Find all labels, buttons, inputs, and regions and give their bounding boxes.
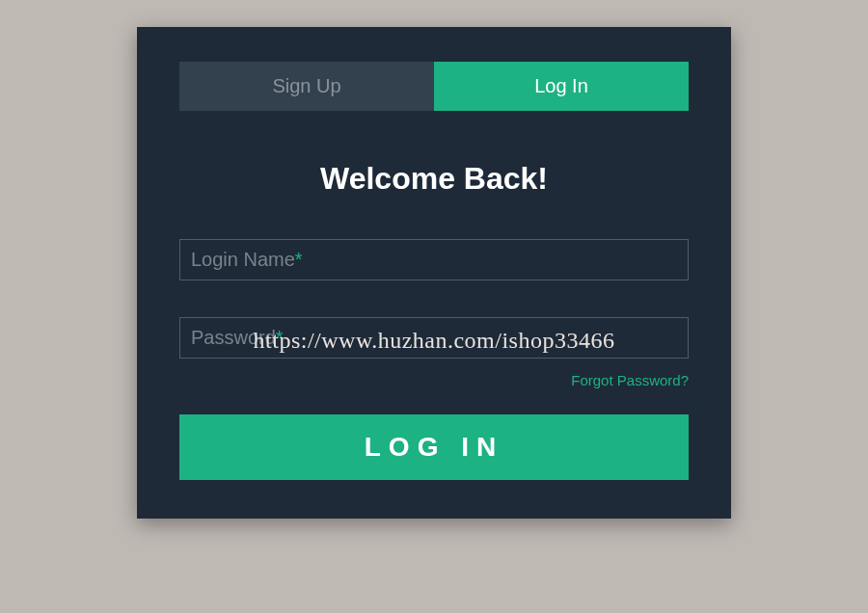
auth-card: Sign Up Log In Welcome Back! Login Name*…	[137, 27, 731, 519]
tab-login[interactable]: Log In	[434, 62, 689, 111]
auth-tabs: Sign Up Log In	[179, 62, 689, 111]
forgot-password-row: Forgot Password?	[179, 372, 689, 389]
tab-signup[interactable]: Sign Up	[179, 62, 434, 111]
page-title: Welcome Back!	[179, 161, 689, 197]
login-button[interactable]: Log In	[179, 414, 689, 480]
forgot-password-link[interactable]: Forgot Password?	[571, 372, 689, 388]
login-name-group: Login Name*	[179, 239, 689, 280]
password-input[interactable]	[179, 317, 689, 359]
login-name-input[interactable]	[179, 239, 689, 280]
password-group: Password*	[179, 317, 689, 359]
